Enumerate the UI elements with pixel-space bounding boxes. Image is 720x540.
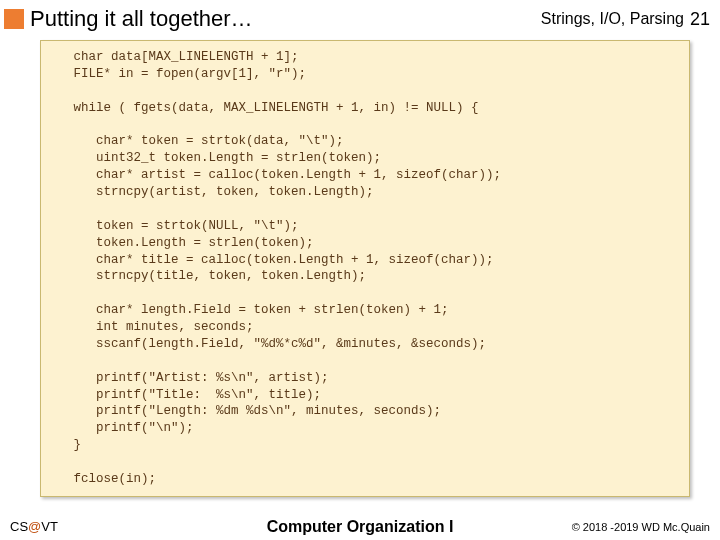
at-sign-icon: @ (28, 519, 41, 534)
slide-title: Putting it all together… (30, 6, 541, 32)
code-listing: char data[MAX_LINELENGTH + 1]; FILE* in … (40, 40, 690, 497)
slide-page-number: 21 (690, 9, 710, 30)
footer-affiliation-suffix: VT (41, 519, 58, 534)
footer-copyright: © 2018 -2019 WD Mc.Quain (572, 521, 710, 533)
slide-footer: CS@VT Computer Organization I © 2018 -20… (0, 519, 720, 534)
accent-square-icon (4, 9, 24, 29)
slide-topic: Strings, I/O, Parsing (541, 10, 684, 28)
slide-header: Putting it all together… Strings, I/O, P… (0, 0, 720, 36)
footer-course-title: Computer Organization I (267, 518, 454, 536)
footer-affiliation: CS@VT (10, 519, 58, 534)
footer-affiliation-prefix: CS (10, 519, 28, 534)
